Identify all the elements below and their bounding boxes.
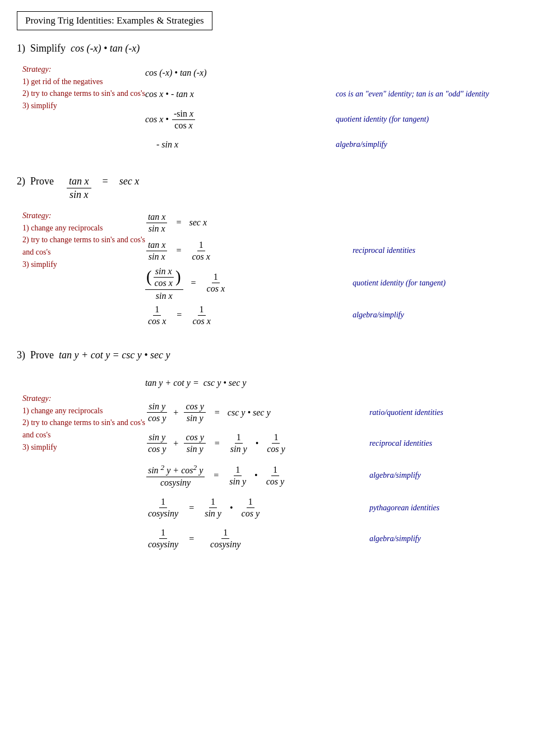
problem-1-steps-annotations: cos (-x) • tan (-x) cos x • - tan x cos … (145, 62, 489, 155)
step-1-3: cos x • -sin x cos x (145, 105, 319, 134)
problem-2-heading: 2) Prove tan x sin x = sec x (17, 176, 543, 201)
step-1-4: - sin x (145, 134, 319, 155)
problem-2-steps-annotations: tan x sin x = sec x tan x sin x = 1 cos (145, 209, 446, 329)
problem-2-annotations: reciprocal identities quotient identity … (336, 209, 446, 329)
problem-1-heading: 1) Simplify cos (-x) • tan (-x) (17, 43, 543, 54)
step-1-1: cos (-x) • tan (-x) (145, 62, 319, 84)
problem-3-heading: 3) Prove tan y + cot y = csc y • sec y (17, 349, 543, 361)
problem-3-steps: tan y + cot y = csc y • sec y sin y cos … (145, 369, 353, 554)
strategy-3: Strategy: 1) change any reciprocals 2) t… (22, 369, 145, 453)
problem-1-steps: cos (-x) • tan (-x) cos x • - tan x cos … (145, 62, 319, 155)
strategy-1: Strategy: 1) get rid of the negatives 2)… (22, 62, 145, 112)
problem-3-annotations: ratio/quotient identities reciprocal ide… (353, 369, 443, 554)
step-1-2: cos x • - tan x (145, 84, 319, 105)
strategy-2: Strategy: 1) change any reciprocals 2) t… (22, 209, 145, 270)
problem-2: 2) Prove tan x sin x = sec x Strategy: 1… (17, 176, 543, 329)
problem-1-annotations: cos is an "even" identity; tan is an "od… (319, 62, 489, 155)
problem-2-steps: tan x sin x = sec x tan x sin x = 1 cos (145, 209, 336, 329)
problem-3-body: Strategy: 1) change any reciprocals 2) t… (17, 369, 543, 554)
problem-3-steps-annotations: tan y + cot y = csc y • sec y sin y cos … (145, 369, 443, 554)
problem-2-body: Strategy: 1) change any reciprocals 2) t… (17, 209, 543, 329)
problem-3: 3) Prove tan y + cot y = csc y • sec y S… (17, 349, 543, 554)
problem-1: 1) Simplify cos (-x) • tan (-x) Strategy… (17, 43, 543, 155)
page-title: Proving Trig Identities: Examples & Stra… (17, 11, 212, 30)
problem-1-body: Strategy: 1) get rid of the negatives 2)… (17, 62, 543, 155)
